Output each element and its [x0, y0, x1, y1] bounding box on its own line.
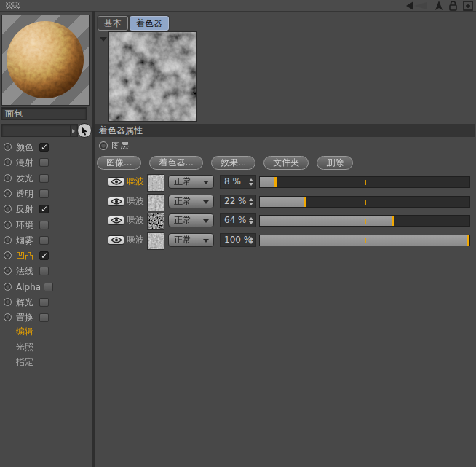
- lock-icon[interactable]: [448, 1, 458, 11]
- channel-radio-icon[interactable]: [4, 221, 12, 229]
- channel-row-glow[interactable]: 辉光: [0, 297, 92, 308]
- channel-label[interactable]: 烟雾: [16, 235, 33, 246]
- channel-radio-icon[interactable]: [4, 143, 12, 151]
- layer-name[interactable]: 噪波: [127, 176, 144, 187]
- layers-radio-icon[interactable]: [99, 141, 108, 150]
- channel-radio-icon[interactable]: [4, 267, 12, 275]
- channel-row-luminance[interactable]: 发光: [0, 173, 92, 184]
- channel-label[interactable]: 透明: [16, 189, 33, 200]
- channel-checkbox[interactable]: [39, 267, 49, 275]
- channel-row-fog[interactable]: 烟雾: [0, 235, 92, 246]
- channel-checkbox[interactable]: [39, 251, 49, 260]
- blend-mode-select[interactable]: 正常: [168, 233, 214, 247]
- channel-checkbox[interactable]: [39, 143, 49, 152]
- channel-radio-icon[interactable]: [4, 158, 12, 166]
- opacity-spinbox[interactable]: 64 %: [220, 213, 256, 227]
- section-edit[interactable]: 编辑: [16, 326, 33, 337]
- shader-button[interactable]: 着色器...: [149, 156, 202, 170]
- opacity-slider[interactable]: [259, 196, 470, 208]
- channel-row-displacement[interactable]: 置换: [0, 313, 92, 323]
- channel-row-bump[interactable]: 凹凸: [0, 251, 92, 262]
- effect-button[interactable]: 效果...: [211, 156, 255, 170]
- channel-checkbox[interactable]: [39, 205, 49, 213]
- channel-checkbox[interactable]: [39, 158, 49, 167]
- folder-button[interactable]: 文件夹: [263, 156, 309, 170]
- layer-thumbnail[interactable]: [147, 174, 164, 192]
- preview-collapse-icon[interactable]: [100, 37, 107, 42]
- channel-radio-icon[interactable]: [4, 283, 12, 291]
- channel-label[interactable]: 凹凸: [16, 251, 33, 262]
- back-arrow-icon[interactable]: [405, 1, 429, 11]
- pick-material-button[interactable]: [77, 123, 92, 138]
- layer-visibility-button[interactable]: [108, 216, 124, 225]
- layer-name[interactable]: 噪波: [127, 235, 144, 246]
- channel-row-environment[interactable]: 环境: [0, 220, 92, 231]
- opacity-spinbox[interactable]: 8 %: [220, 175, 256, 189]
- channel-label[interactable]: 辉光: [16, 297, 33, 308]
- slider-handle[interactable]: [304, 197, 306, 207]
- channel-label[interactable]: Alpha: [16, 282, 41, 293]
- stepper-arrows-icon[interactable]: [247, 216, 254, 225]
- panel-divider[interactable]: [92, 11, 95, 467]
- stepper-arrows-icon[interactable]: [247, 197, 254, 206]
- blend-mode-select[interactable]: 正常: [168, 175, 214, 189]
- channel-radio-icon[interactable]: [4, 313, 12, 321]
- slider-handle[interactable]: [467, 235, 469, 246]
- channel-row-color[interactable]: 颜色: [0, 142, 92, 153]
- material-preview[interactable]: [1, 15, 90, 106]
- blend-mode-select[interactable]: 正常: [168, 213, 214, 227]
- channel-label[interactable]: 漫射: [16, 157, 33, 168]
- delete-button[interactable]: 删除: [317, 156, 353, 170]
- layer-thumbnail[interactable]: [147, 194, 164, 211]
- channel-radio-icon[interactable]: [4, 236, 12, 244]
- section-assign[interactable]: 指定: [16, 357, 33, 368]
- channel-label[interactable]: 法线: [16, 266, 33, 277]
- channel-checkbox[interactable]: [39, 221, 49, 229]
- tab-shader[interactable]: 着色器: [130, 16, 169, 31]
- channel-checkbox[interactable]: [39, 298, 49, 307]
- opacity-slider[interactable]: [259, 215, 470, 227]
- channel-label[interactable]: 环境: [16, 220, 33, 231]
- drag-grip-icon[interactable]: [6, 2, 20, 9]
- channel-row-transparency[interactable]: 透明: [0, 189, 92, 200]
- channel-radio-icon[interactable]: [4, 205, 12, 213]
- channel-checkbox[interactable]: [39, 174, 49, 183]
- channel-row-normal[interactable]: 法线: [0, 266, 92, 277]
- channel-radio-icon[interactable]: [4, 174, 12, 182]
- channel-radio-icon[interactable]: [4, 189, 12, 197]
- channel-checkbox[interactable]: [39, 189, 49, 198]
- slider-handle[interactable]: [274, 177, 277, 187]
- stepper-arrows-icon[interactable]: [247, 177, 254, 187]
- channel-checkbox[interactable]: [39, 313, 49, 322]
- opacity-spinbox[interactable]: 22 %: [220, 195, 256, 208]
- layer-thumbnail[interactable]: [147, 232, 164, 250]
- shader-texture-preview[interactable]: [108, 31, 197, 122]
- channel-radio-icon[interactable]: [4, 298, 12, 306]
- material-name-input[interactable]: 面包: [1, 107, 87, 120]
- shader-picker-input[interactable]: [1, 124, 78, 137]
- opacity-spinbox[interactable]: 100 %: [220, 233, 256, 247]
- channel-label[interactable]: 反射: [16, 204, 33, 215]
- channel-label[interactable]: 置换: [16, 313, 33, 323]
- channel-row-alpha[interactable]: Alpha: [0, 282, 92, 293]
- new-panel-icon[interactable]: [463, 1, 473, 11]
- channel-radio-icon[interactable]: [4, 251, 12, 259]
- layer-visibility-button[interactable]: [108, 197, 124, 206]
- channel-row-reflection[interactable]: 反射: [0, 204, 92, 215]
- opacity-slider[interactable]: [259, 235, 470, 246]
- channel-label[interactable]: 发光: [16, 173, 33, 184]
- layer-thumbnail[interactable]: [147, 213, 164, 230]
- tab-basic[interactable]: 基本: [98, 16, 128, 31]
- layer-visibility-button[interactable]: [108, 235, 124, 245]
- picker-expand-icon[interactable]: [72, 129, 75, 133]
- section-illumination[interactable]: 光照: [16, 342, 33, 353]
- layer-visibility-button[interactable]: [108, 177, 124, 187]
- channel-label[interactable]: 颜色: [16, 142, 33, 153]
- stepper-arrows-icon[interactable]: [247, 235, 254, 245]
- image-button[interactable]: 图像...: [97, 156, 141, 170]
- pointer-up-icon[interactable]: [435, 1, 443, 11]
- layer-name[interactable]: 噪波: [127, 196, 144, 207]
- channel-row-diffuse[interactable]: 漫射: [0, 157, 92, 168]
- slider-handle[interactable]: [392, 216, 394, 226]
- channel-checkbox[interactable]: [44, 283, 53, 291]
